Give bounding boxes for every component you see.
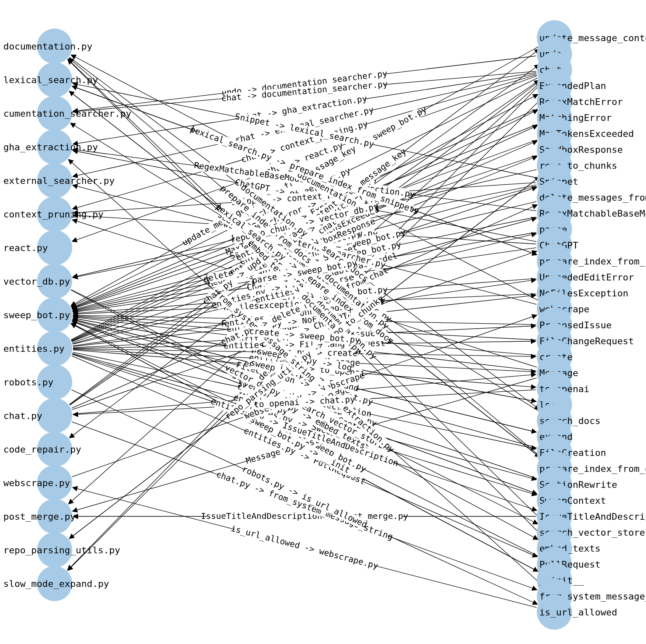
node-label: sweep_bot.py: [3, 310, 70, 320]
node-label: documentation.py: [3, 41, 92, 52]
node-label: chat.py: [3, 411, 42, 421]
graph-node: robots.py: [3, 364, 72, 400]
graph-node: webscrape.py: [3, 465, 72, 500]
graph-node: code_repair.py: [3, 432, 81, 467]
node-label: react.py: [3, 243, 48, 253]
node-label: context_pruning.py: [3, 209, 103, 220]
node-label: repo_parsing_utils.py: [3, 545, 120, 555]
node-label: gha_extraction.py: [3, 142, 98, 152]
graph-node: context_pruning.py: [3, 196, 103, 232]
node-label: external_searcher.py: [3, 175, 115, 186]
graph-node: repo_parsing_utils.py: [3, 532, 120, 568]
graph-node: sweep_bot.py: [3, 297, 72, 332]
labels-layer: undo -> documentation_searcher.pychat ->…: [180, 68, 428, 571]
edge-label-group: IssueTitleAndDescription -> post_merge.p…: [201, 511, 408, 521]
node-label: lexical_search.py: [3, 75, 98, 85]
bipartite-graph: documentation.pylexical_search.pycumenta…: [0, 0, 646, 644]
graph-node: external_searcher.py: [3, 163, 115, 198]
node-label: slow_mode_expand.py: [3, 579, 109, 589]
graph-node: gha_extraction.py: [3, 129, 98, 165]
graph-node: vector_db.py: [3, 264, 72, 299]
node-label: is_url_allowed: [539, 607, 617, 618]
graph-node: documentation.py: [3, 29, 92, 64]
node-label: vector_db.py: [3, 276, 70, 287]
graph-node: slow_mode_expand.py: [3, 566, 109, 601]
node-label: webscrape.py: [3, 478, 70, 488]
node-label: cumentation_searcher.py: [3, 108, 131, 119]
node-label: entities.py: [3, 343, 65, 354]
edge-label-group: is_url_allowed -> webscrape.py: [230, 523, 379, 571]
node-label: code_repair.py: [3, 444, 81, 455]
graph-node: react.py: [3, 230, 72, 265]
graph-node: cumentation_searcher.py: [3, 96, 131, 131]
node-label: post_merge.py: [3, 511, 76, 522]
graph-node: entities.py: [3, 331, 72, 366]
graph-node: post_merge.py: [3, 499, 76, 534]
graph-node: lexical_search.py: [3, 62, 98, 97]
node-label: robots.py: [3, 377, 53, 387]
graph-node: chat.py: [3, 398, 72, 433]
edge-label: IssueTitleAndDescription -> post_merge.p…: [201, 511, 408, 521]
edge-label: is_url_allowed -> webscrape.py: [230, 523, 379, 571]
